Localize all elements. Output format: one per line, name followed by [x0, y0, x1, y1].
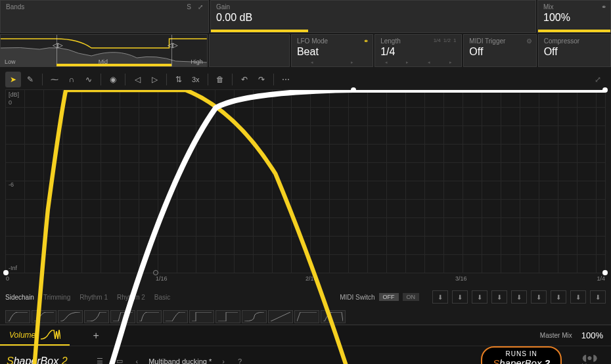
envelope-node[interactable] — [602, 270, 608, 275]
solo-button[interactable]: S — [187, 3, 191, 11]
comp-label: Compressor — [544, 37, 605, 45]
mix-panel[interactable]: ⚭ Mix 100% — [537, 0, 611, 33]
envelope-node[interactable] — [153, 270, 158, 275]
snap-value[interactable]: 3x — [188, 72, 204, 87]
curve-tool[interactable]: ∿ — [81, 72, 97, 87]
comp-value: Off — [544, 46, 605, 58]
select-all-tool[interactable]: ◉ — [105, 72, 121, 87]
gear-icon[interactable]: ⚙ — [526, 37, 532, 45]
expand-graph-icon[interactable]: ⤢ — [590, 72, 606, 87]
arc-tool[interactable]: ∩ — [64, 72, 79, 87]
empty-panel — [209, 34, 290, 67]
link-icon[interactable]: ⚭ — [601, 3, 606, 11]
length-options[interactable]: 1/41/21 — [431, 37, 457, 43]
mix-label: Mix — [543, 3, 605, 11]
pointer-tool[interactable]: ➤ — [5, 72, 21, 87]
gain-value: 0.00 dB — [216, 12, 530, 24]
bands-panel: Bands S ⤢ — [0, 0, 209, 33]
length-value: 1/4 — [380, 46, 456, 58]
more-menu[interactable]: ⋯ — [278, 72, 294, 87]
delete-tool[interactable]: 🗑 — [212, 72, 228, 87]
envelope-node[interactable] — [3, 270, 9, 275]
band-low-label[interactable]: Low — [5, 58, 16, 65]
envelope-node[interactable] — [602, 87, 608, 93]
redo-button[interactable]: ↷ — [254, 72, 269, 87]
expand-icon[interactable]: ⤢ — [198, 3, 203, 11]
envelope-node[interactable] — [351, 87, 356, 93]
envelope-graph[interactable]: [dB] 0 -6 -Inf 0 1/16 2/16 3/16 1/4 — [5, 89, 606, 273]
pen-tool[interactable]: ✎ — [22, 72, 38, 87]
editor-toolbar: ➤ ✎ ⁓ ∩ ∿ ◉ ◁ ▷ ⇅ 3x 🗑 ↶ ↷ ⋯ ⤢ — [0, 70, 611, 89]
midi-value: Off — [469, 46, 530, 58]
gain-panel[interactable]: Gain 0.00 dB — [210, 0, 536, 33]
gain-label: Gain — [216, 3, 530, 11]
main-curve — [6, 90, 605, 364]
mix-value: 100% — [543, 12, 605, 24]
undo-button[interactable]: ↶ — [237, 72, 252, 87]
bands-label: Bands — [6, 3, 24, 11]
prev-node[interactable]: ◁ — [129, 72, 145, 87]
line-tool[interactable]: ⁓ — [47, 72, 62, 87]
midi-trigger-panel[interactable]: ⚙ MIDI Trigger Off — [463, 34, 536, 67]
band-mid-label[interactable]: Mid — [99, 58, 108, 65]
lfo-value: Beat — [297, 46, 367, 58]
length-panel[interactable]: Length 1/41/21 1/4 ◂▸◂▸ — [374, 34, 462, 67]
link-icon[interactable]: ⚭ — [363, 37, 369, 45]
lfo-mode-panel[interactable]: ⚭ LFO Mode Beat ◂▸ — [291, 34, 373, 67]
next-node[interactable]: ▷ — [147, 72, 162, 87]
compressor-panel[interactable]: Compressor Off — [538, 34, 611, 67]
lfo-label: LFO Mode — [297, 37, 367, 45]
band-high-label[interactable]: High — [191, 58, 203, 65]
midi-label: MIDI Trigger — [469, 37, 530, 45]
snap-toggle[interactable]: ⇅ — [171, 72, 187, 87]
spectrum-panel[interactable]: ◁▷ ◁▷ Low Mid High — [0, 34, 208, 67]
